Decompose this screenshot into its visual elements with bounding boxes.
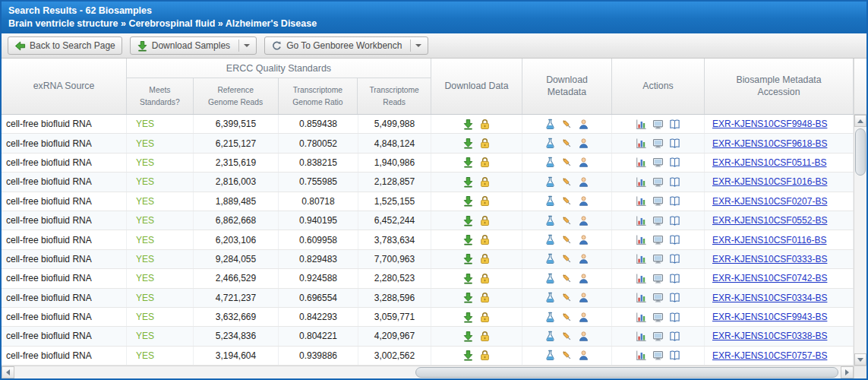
monitor-icon[interactable] <box>652 292 664 303</box>
accession-link[interactable]: EXR-KJENS10CSF1016-BS <box>712 176 827 187</box>
accession-link[interactable]: EXR-KJENS10CSF9948-BS <box>712 119 827 129</box>
go-to-workbench-caret[interactable] <box>410 40 421 52</box>
open-book-icon[interactable] <box>669 119 680 130</box>
locked-download-icon[interactable] <box>479 176 491 188</box>
donor-person-icon[interactable] <box>578 215 589 226</box>
biosample-flask-icon[interactable] <box>544 234 556 245</box>
experiment-syringe-icon[interactable] <box>561 253 573 264</box>
accession-link[interactable]: EXR-KJENS10CSF0207-BS <box>712 196 827 207</box>
accession-link[interactable]: EXR-KJENS10CSF0757-BS <box>712 350 827 361</box>
scroll-down-button[interactable] <box>854 353 866 366</box>
donor-person-icon[interactable] <box>578 273 589 284</box>
download-samples-caret[interactable] <box>238 40 250 52</box>
vertical-scroll-thumb[interactable] <box>855 128 866 176</box>
scroll-left-button[interactable] <box>2 366 14 378</box>
experiment-syringe-icon[interactable] <box>561 292 573 303</box>
monitor-icon[interactable] <box>652 273 664 284</box>
horizontal-scroll-track[interactable] <box>14 366 841 378</box>
experiment-syringe-icon[interactable] <box>561 157 573 168</box>
horizontal-scrollbar[interactable] <box>2 366 866 378</box>
donor-person-icon[interactable] <box>578 253 589 264</box>
locked-download-icon[interactable] <box>479 331 491 342</box>
experiment-syringe-icon[interactable] <box>561 234 573 245</box>
download-icon[interactable] <box>462 138 474 149</box>
bar-chart-icon[interactable] <box>636 331 647 342</box>
locked-download-icon[interactable] <box>479 253 491 264</box>
download-icon[interactable] <box>462 331 474 342</box>
donor-person-icon[interactable] <box>578 350 589 361</box>
locked-download-icon[interactable] <box>479 234 491 245</box>
biosample-flask-icon[interactable] <box>544 253 556 264</box>
open-book-icon[interactable] <box>669 138 680 149</box>
column-header-download-data[interactable]: Download Data <box>431 59 522 114</box>
download-icon[interactable] <box>462 312 474 323</box>
bar-chart-icon[interactable] <box>636 176 647 188</box>
download-samples-button[interactable]: Download Samples <box>130 36 257 55</box>
donor-person-icon[interactable] <box>578 292 589 303</box>
open-book-icon[interactable] <box>669 157 680 168</box>
back-to-search-button[interactable]: Back to Search Page <box>8 36 122 55</box>
column-header-transcriptome-genome-ratio[interactable]: Transcriptome Genome Ratio <box>279 78 358 114</box>
download-icon[interactable] <box>462 292 474 303</box>
accession-link[interactable]: EXR-KJENS10CSF0116-BS <box>712 235 827 245</box>
locked-download-icon[interactable] <box>479 292 491 303</box>
bar-chart-icon[interactable] <box>636 138 647 149</box>
locked-download-icon[interactable] <box>479 138 491 149</box>
experiment-syringe-icon[interactable] <box>561 176 573 188</box>
bar-chart-icon[interactable] <box>636 157 647 168</box>
column-header-meets-standards[interactable]: Meets Standards? <box>127 78 194 114</box>
locked-download-icon[interactable] <box>479 157 491 168</box>
open-book-icon[interactable] <box>669 331 680 342</box>
scroll-up-button[interactable] <box>854 115 866 127</box>
bar-chart-icon[interactable] <box>636 253 647 264</box>
biosample-flask-icon[interactable] <box>544 273 556 284</box>
donor-person-icon[interactable] <box>578 312 589 323</box>
monitor-icon[interactable] <box>652 350 664 361</box>
download-icon[interactable] <box>462 195 474 207</box>
accession-link[interactable]: EXR-KJENS10CSF0552-BS <box>712 215 827 226</box>
bar-chart-icon[interactable] <box>636 350 647 361</box>
locked-download-icon[interactable] <box>479 312 491 323</box>
locked-download-icon[interactable] <box>479 273 491 284</box>
vertical-scrollbar[interactable] <box>854 59 866 366</box>
accession-link[interactable]: EXR-KJENS10CSF0334-BS <box>712 293 827 303</box>
accession-link[interactable]: EXR-KJENS10CSF0338-BS <box>712 331 827 341</box>
donor-person-icon[interactable] <box>578 176 589 188</box>
download-icon[interactable] <box>462 253 474 264</box>
download-icon[interactable] <box>462 350 474 361</box>
biosample-flask-icon[interactable] <box>544 157 556 168</box>
experiment-syringe-icon[interactable] <box>561 215 573 226</box>
locked-download-icon[interactable] <box>479 119 491 130</box>
experiment-syringe-icon[interactable] <box>561 138 573 149</box>
accession-link[interactable]: EXR-KJENS10CSF9943-BS <box>712 312 827 322</box>
accession-link[interactable]: EXR-KJENS10CSF9618-BS <box>712 138 827 149</box>
download-icon[interactable] <box>462 157 474 168</box>
monitor-icon[interactable] <box>652 176 664 188</box>
download-icon[interactable] <box>462 273 474 284</box>
monitor-icon[interactable] <box>652 312 664 323</box>
donor-person-icon[interactable] <box>578 331 589 342</box>
donor-person-icon[interactable] <box>578 157 589 168</box>
monitor-icon[interactable] <box>652 195 664 207</box>
column-header-accession[interactable]: Biosample Metadata Accession <box>705 59 854 114</box>
biosample-flask-icon[interactable] <box>544 350 556 361</box>
locked-download-icon[interactable] <box>479 215 491 226</box>
download-icon[interactable] <box>462 119 474 130</box>
download-icon[interactable] <box>462 215 474 226</box>
download-icon[interactable] <box>462 234 474 245</box>
experiment-syringe-icon[interactable] <box>561 331 573 342</box>
open-book-icon[interactable] <box>669 195 680 207</box>
experiment-syringe-icon[interactable] <box>561 312 573 323</box>
accession-link[interactable]: EXR-KJENS10CSF0511-BS <box>712 157 827 168</box>
column-header-actions[interactable]: Actions <box>612 59 705 114</box>
monitor-icon[interactable] <box>652 331 664 342</box>
open-book-icon[interactable] <box>669 253 680 264</box>
monitor-icon[interactable] <box>652 234 664 245</box>
biosample-flask-icon[interactable] <box>544 176 556 188</box>
biosample-flask-icon[interactable] <box>544 292 556 303</box>
biosample-flask-icon[interactable] <box>544 331 556 342</box>
experiment-syringe-icon[interactable] <box>561 273 573 284</box>
monitor-icon[interactable] <box>652 119 664 130</box>
donor-person-icon[interactable] <box>578 119 589 130</box>
biosample-flask-icon[interactable] <box>544 195 556 207</box>
